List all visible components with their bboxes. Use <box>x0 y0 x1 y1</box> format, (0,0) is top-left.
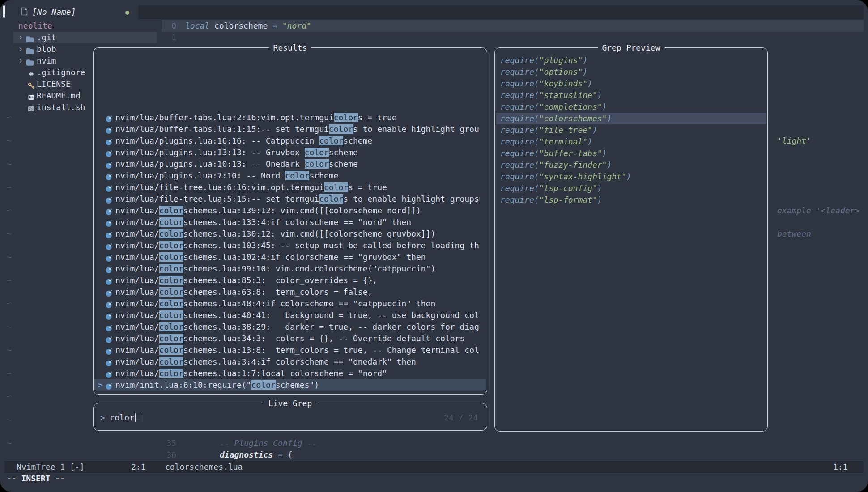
result-match-highlight: color <box>334 113 358 122</box>
property-token: diagnostics <box>220 450 273 459</box>
result-row[interactable]: nvim/lua/buffer-tabs.lua:2:16:vim.opt.te… <box>94 112 486 123</box>
live-grep-input[interactable]: > color <box>100 412 140 424</box>
result-row[interactable]: nvim/lua/colorschemes.lua:103:45: -- set… <box>94 240 486 251</box>
result-text: nvim/lua/colorschemes.lua:34:3: colors =… <box>115 333 464 344</box>
file-tree-root-label[interactable]: neolite <box>18 20 52 32</box>
lua-file-icon <box>105 382 112 391</box>
chevron-right-icon[interactable]: › <box>18 31 23 43</box>
result-prefix: nvim/lua/plugins.lua:10:13: -- Onedark <box>115 159 305 169</box>
require-call-token: require( <box>500 79 539 88</box>
result-row[interactable]: nvim/lua/file-tree.lua:5:15:-- set termg… <box>94 193 486 205</box>
require-call-token: require( <box>500 137 539 146</box>
require-arg-token: "completions" <box>539 102 602 111</box>
result-row[interactable]: nvim/lua/buffer-tabs.lua:1:15:-- set ter… <box>94 123 486 135</box>
result-row[interactable]: nvim/lua/colorschemes.lua:38:29: darker … <box>94 321 486 333</box>
result-row[interactable]: nvim/lua/colorschemes.lua:102:4:if color… <box>94 251 486 263</box>
empty-line-tilde: ~ <box>7 321 12 333</box>
result-suffix: scheme <box>343 136 372 145</box>
lua-file-icon <box>105 370 112 379</box>
terminal-cursor <box>3 5 5 18</box>
preview-code: require("file-tree") <box>500 124 597 136</box>
result-row[interactable]: nvim/lua/colorschemes.lua:13:8: term_col… <box>94 344 486 356</box>
result-prefix: nvim/lua/ <box>115 287 159 297</box>
buffer-tab-name[interactable]: [No Name] <box>32 6 76 18</box>
require-call-token: require( <box>500 55 539 65</box>
result-text: nvim/init.lua:6:10:require("colorschemes… <box>115 379 319 391</box>
result-row[interactable]: nvim/lua/colorschemes.lua:3:4:if colorsc… <box>94 356 486 368</box>
result-row[interactable]: nvim/lua/colorschemes.lua:99:10: vim.cmd… <box>94 263 486 275</box>
result-suffix: schemes.lua:38:29: darker = true, -- dar… <box>183 322 479 331</box>
result-suffix: schemes.lua:63:8: term_colors = false, <box>183 287 373 297</box>
lua-file-icon <box>105 312 112 321</box>
require-call-token: require( <box>500 160 539 170</box>
result-text: nvim/lua/colorschemes.lua:3:4:if colorsc… <box>115 356 416 368</box>
result-row[interactable]: nvim/lua/colorschemes.lua:133:4:if color… <box>94 216 486 228</box>
result-match-highlight: color <box>159 252 183 262</box>
result-text: nvim/lua/colorschemes.lua:139:12: vim.cm… <box>115 205 421 216</box>
result-row[interactable]: nvim/lua/colorschemes.lua:85:3: color_ov… <box>94 275 486 286</box>
result-row[interactable]: nvim/lua/colorschemes.lua:139:12: vim.cm… <box>94 205 486 216</box>
require-arg-token: "lsp-config" <box>539 183 597 193</box>
result-suffix: schemes.lua:48:4:if colorscheme == "catp… <box>183 299 436 308</box>
result-match-highlight: color <box>159 357 183 366</box>
empty-line-tilde: ~ <box>7 158 12 170</box>
lua-file-icon <box>105 207 112 216</box>
result-text: nvim/lua/plugins.lua:7:10: -- Nord color… <box>115 170 339 182</box>
preview-code: require("completions") <box>500 101 607 113</box>
result-match-highlight: color <box>305 148 329 157</box>
result-text: nvim/lua/colorschemes.lua:48:4:if colors… <box>115 298 435 310</box>
file-tree-item--git[interactable]: ›.git <box>13 32 157 43</box>
result-text: nvim/lua/file-tree.lua:6:16:vim.opt.term… <box>115 182 387 193</box>
result-match-highlight: color <box>329 124 353 134</box>
result-match-highlight: color <box>305 159 329 169</box>
result-match-highlight: color <box>159 264 183 273</box>
result-row[interactable]: nvim/lua/colorschemes.lua:40:41: backgro… <box>94 310 486 321</box>
result-row[interactable]: nvim/lua/plugins.lua:7:10: -- Nord color… <box>94 170 486 182</box>
result-suffix: scheme <box>329 148 358 157</box>
result-prefix: nvim/lua/ <box>115 357 159 366</box>
result-row[interactable]: nvim/lua/colorschemes.lua:1:7:local colo… <box>94 368 486 379</box>
lua-file-icon <box>105 288 112 298</box>
preview-line: require("colorschemes") <box>496 113 766 124</box>
require-call-token: require( <box>500 172 539 181</box>
preview-line: require("file-tree") <box>496 124 766 136</box>
require-call-token: require( <box>500 195 539 204</box>
result-row[interactable]: >nvim/init.lua:6:10:require("colorscheme… <box>94 379 486 391</box>
result-prefix: nvim/lua/ <box>115 345 159 355</box>
lua-file-icon <box>105 161 112 170</box>
line-number: 36 <box>161 449 176 461</box>
chevron-right-icon[interactable]: › <box>18 55 23 66</box>
require-call-token: require( <box>500 102 539 111</box>
require-close-token: ) <box>587 79 592 88</box>
result-match-highlight: color <box>159 345 183 355</box>
result-match-highlight: color <box>159 369 183 378</box>
preview-code: require("options") <box>500 66 587 78</box>
preview-line: require("statusline") <box>496 89 766 101</box>
empty-line-tilde: ~ <box>7 344 12 356</box>
lua-file-icon <box>105 242 112 251</box>
result-prefix: nvim/lua/plugins.lua:7:10: -- Nord <box>115 171 285 180</box>
result-row[interactable]: nvim/lua/colorschemes.lua:34:3: colors =… <box>94 333 486 344</box>
result-row[interactable]: nvim/lua/colorschemes.lua:130:12: vim.cm… <box>94 228 486 240</box>
lua-file-icon <box>105 335 112 344</box>
string-token: "nord" <box>282 21 311 30</box>
result-row[interactable]: nvim/lua/plugins.lua:16:16: -- Catppucci… <box>94 135 486 147</box>
require-arg-token: "plugins" <box>539 55 583 65</box>
operator-token: = <box>272 21 277 30</box>
require-close-token: ) <box>597 90 602 100</box>
result-row[interactable]: nvim/lua/file-tree.lua:6:16:vim.opt.term… <box>94 182 486 193</box>
empty-line-tilde: ~ <box>7 228 12 240</box>
results-window: Results nvim/lua/buffer-tabs.lua:2:16:vi… <box>93 47 487 395</box>
result-row[interactable]: nvim/lua/colorschemes.lua:63:8: term_col… <box>94 286 486 298</box>
lua-file-icon <box>105 195 112 205</box>
chevron-right-icon[interactable]: › <box>18 43 23 55</box>
preview-line: require("buffer-tabs") <box>496 148 766 159</box>
result-prefix: nvim/lua/ <box>115 369 159 378</box>
result-row[interactable]: nvim/lua/colorschemes.lua:48:4:if colors… <box>94 298 486 310</box>
result-row[interactable]: nvim/lua/plugins.lua:13:13: -- Gruvbox c… <box>94 147 486 158</box>
require-arg-token: "colorschemes" <box>539 114 607 123</box>
statusline-buffer-name: NvimTree_1 <box>17 461 65 473</box>
result-row[interactable]: nvim/lua/plugins.lua:10:13: -- Onedark c… <box>94 158 486 170</box>
require-call-token: require( <box>500 114 539 123</box>
preview-code: require("terminal") <box>500 136 592 148</box>
